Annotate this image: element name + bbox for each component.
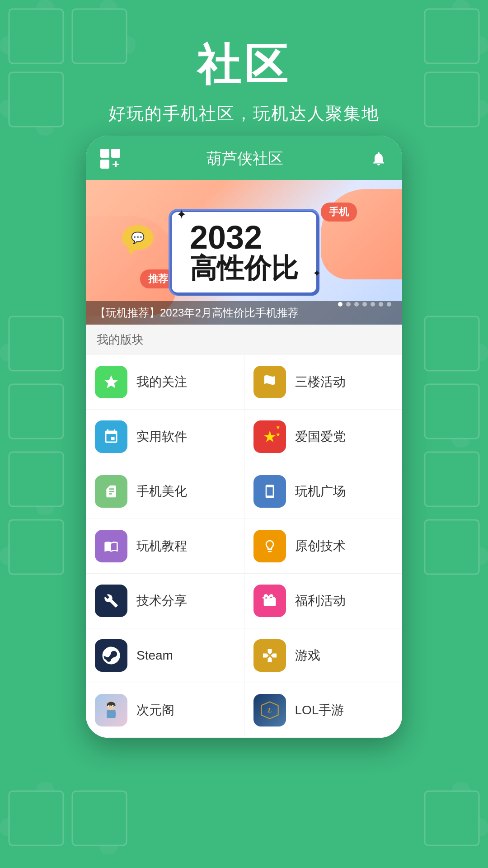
steam-label: Steam [136,648,173,663]
phone-beautify-icon [95,475,127,508]
block-item-my-follow[interactable]: 我的关注 [86,355,244,409]
blocks-list: 我的关注 三楼活动 实用软件 ★ [86,355,402,738]
block-item-phone-beautify[interactable]: 手机美化 [86,464,244,519]
block-item-welfare[interactable]: 福利活动 [244,574,403,628]
svg-rect-11 [425,452,479,506]
original-tech-icon [253,530,286,562]
play-square-icon [253,475,286,508]
tutorials-icon [95,530,127,562]
svg-point-21 [113,705,114,707]
lol-icon: L [253,694,286,726]
top-section: 社区 好玩的手机社区，玩机达人聚集地 [0,36,488,125]
useful-software-icon [95,420,127,453]
anime-tower-label: 次元阁 [136,702,174,719]
grid-plus-icon[interactable] [100,149,120,169]
block-row-3: 手机美化 玩机广场 [86,464,402,519]
svg-text:L: L [267,707,272,714]
svg-rect-12 [425,520,479,574]
block-item-lol[interactable]: L LOL手游 [244,683,403,737]
original-tech-label: 原创技术 [295,538,346,555]
3rd-floor-label: 三楼活动 [295,373,346,391]
dot-3 [354,302,359,307]
svg-point-20 [109,705,110,707]
svg-rect-10 [425,384,479,439]
block-item-useful-software[interactable]: 实用软件 [86,410,244,464]
tech-share-label: 技术分享 [136,592,187,609]
games-label: 游戏 [295,647,320,664]
welfare-icon [253,585,286,617]
dot-2 [346,302,351,307]
block-item-games[interactable]: 游戏 [244,628,403,683]
block-item-tutorials[interactable]: 玩机教程 [86,519,244,573]
block-item-play-square[interactable]: 玩机广场 [244,464,403,519]
dot-7 [387,302,391,307]
phone-badge: 手机 [321,203,357,222]
bell-icon[interactable] [370,150,388,168]
block-row-1: 我的关注 三楼活动 [86,355,402,410]
lol-label: LOL手游 [295,702,344,719]
tutorials-label: 玩机教程 [136,538,187,555]
phone-mockup: 葫芦侠社区 2032 高性价比 💬 [86,136,402,738]
block-item-original-tech[interactable]: 原创技术 [244,519,403,573]
grid-cell-3 [100,160,109,169]
block-row-5: 技术分享 福利活动 [86,574,402,628]
grid-cell-plus [111,160,120,169]
grid-cell-1 [100,149,109,158]
banner-main-text: 高性价比 [190,254,298,283]
banner-year: 2032 [190,221,298,254]
patriotic-icon: ★ ★ ★ [253,420,286,453]
block-row-2: 实用软件 ★ ★ ★ 爱国爱党 [86,410,402,464]
banner-container[interactable]: 2032 高性价比 💬 ✦ ✦ 推荐 手机 【玩机推荐】2023年2月高性价比手… [86,180,402,325]
block-row-4: 玩机教程 原创技术 [86,519,402,574]
useful-software-label: 实用软件 [136,428,187,445]
games-icon [253,639,286,672]
svg-rect-15 [425,791,479,845]
block-item-3rd-floor[interactable]: 三楼活动 [244,355,403,409]
svg-rect-14 [72,791,127,845]
my-blocks-label: 我的版块 [97,333,144,346]
block-row-6: Steam 游戏 [86,628,402,683]
block-item-patriotic[interactable]: ★ ★ ★ 爱国爱党 [244,410,403,464]
svg-rect-8 [9,520,63,574]
tech-share-icon [95,585,127,617]
dot-1 [338,302,343,307]
3rd-floor-icon [253,366,286,398]
dot-5 [371,302,375,307]
anime-tower-icon [95,694,127,726]
page-subtitle: 好玩的手机社区，玩机达人聚集地 [0,102,488,125]
banner-dots [338,302,391,307]
block-item-steam[interactable]: Steam [86,628,244,683]
phone-beautify-label: 手机美化 [136,483,187,500]
svg-rect-5 [9,316,63,371]
welfare-label: 福利活动 [295,592,346,609]
block-row-7: 次元阁 L LOL手游 [86,683,402,738]
my-follow-icon [95,366,127,398]
svg-rect-9 [425,316,479,371]
my-follow-label: 我的关注 [136,373,187,391]
patriotic-label: 爱国爱党 [295,428,346,445]
app-header: 葫芦侠社区 [86,136,402,180]
dot-4 [362,302,367,307]
dot-6 [379,302,383,307]
block-item-tech-share[interactable]: 技术分享 [86,574,244,628]
svg-rect-6 [9,384,63,439]
svg-rect-7 [9,452,63,506]
my-blocks-header: 我的版块 [86,325,402,355]
block-item-anime-tower[interactable]: 次元阁 [86,683,244,737]
steam-icon [95,639,127,672]
page-title: 社区 [0,36,488,95]
grid-cell-2 [111,149,120,158]
svg-rect-13 [9,791,63,845]
app-title: 葫芦侠社区 [206,148,283,169]
play-square-label: 玩机广场 [295,483,346,500]
